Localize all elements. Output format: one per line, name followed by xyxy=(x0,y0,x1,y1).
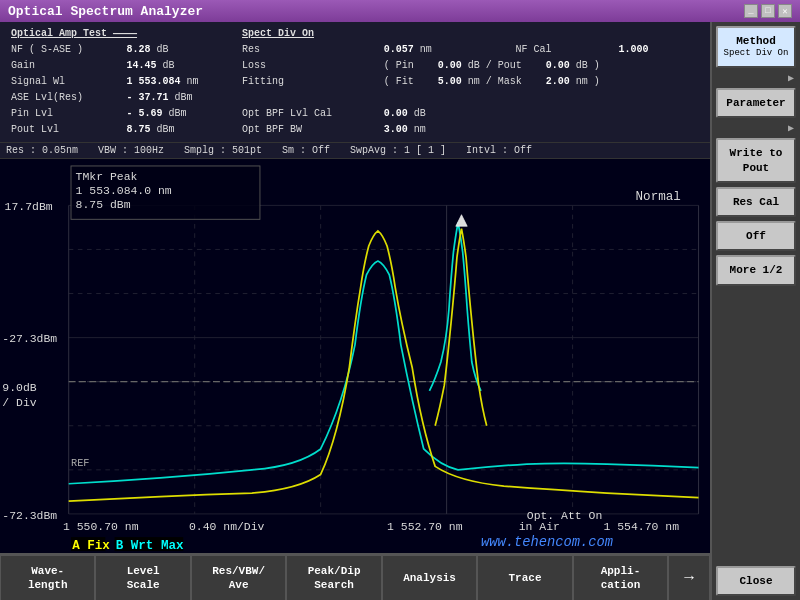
signalwl-label: Signal Wl xyxy=(8,75,122,89)
write-to-pout-button[interactable]: Write toPout xyxy=(716,138,796,183)
svg-text:REF: REF xyxy=(71,457,90,469)
peak-dip-search-button[interactable]: Peak/DipSearch xyxy=(286,555,381,600)
svg-text:1 553.084.0  nm: 1 553.084.0 nm xyxy=(76,184,172,197)
loss-value: ( Pin 0.00 dB / Pout 0.00 dB ) xyxy=(381,59,702,73)
res-status: Res : 0.05nm xyxy=(6,145,78,156)
more-button[interactable]: More 1/2 xyxy=(716,255,796,285)
svg-text:in Air: in Air xyxy=(519,520,560,533)
section-title: Optical Amp Test ———— xyxy=(8,27,237,41)
method-button[interactable]: Method Spect Div On xyxy=(716,26,796,68)
intvl-status: Intvl : Off xyxy=(466,145,532,156)
param-arrow: ▶ xyxy=(716,122,796,134)
svg-text:www.tehencom.com: www.tehencom.com xyxy=(481,534,613,550)
sm-status: Sm : Off xyxy=(282,145,330,156)
spectrum-graph: 17.7dBm -27.3dBm -72.3dBm 9.0dB / Div No… xyxy=(0,159,710,553)
ase-label: ASE Lvl(Res) xyxy=(8,91,122,105)
vbw-status: VBW : 100Hz xyxy=(98,145,164,156)
maximize-button[interactable]: □ xyxy=(761,4,775,18)
title-bar: Optical Spectrum Analyzer _ □ ✕ xyxy=(0,0,800,22)
svg-text:-27.3dBm: -27.3dBm xyxy=(2,332,57,345)
svg-text:Opt. Att On: Opt. Att On xyxy=(527,508,603,521)
analysis-button[interactable]: Analysis xyxy=(382,555,477,600)
poutlvl-value: 8.75 xyxy=(127,124,151,135)
pinlvl-value: - 5.69 xyxy=(127,108,163,119)
poutlvl-label: Pout Lvl xyxy=(8,123,122,137)
method-label: Method xyxy=(722,34,790,48)
right-sidebar: Method Spect Div On ▶ Parameter ▶ Write … xyxy=(710,22,800,600)
svg-text:B Wrt Max: B Wrt Max xyxy=(116,538,184,553)
gain-label: Gain xyxy=(8,59,122,73)
svg-text:/ Div: / Div xyxy=(2,396,36,409)
smpling-status: Smplg : 501pt xyxy=(184,145,262,156)
svg-text:A Fix: A Fix xyxy=(72,538,110,553)
svg-text:1 550.70 nm: 1 550.70 nm xyxy=(63,520,139,533)
pinlvl-label: Pin Lvl xyxy=(8,107,122,121)
svg-text:Normal: Normal xyxy=(636,189,681,204)
svg-text:0.40 nm/Div: 0.40 nm/Div xyxy=(189,520,265,533)
swpavg-status: SwpAvg : 1 [ 1 ] xyxy=(350,145,446,156)
title-bar-buttons: _ □ ✕ xyxy=(744,4,792,18)
signalwl-value: 1 553.084 xyxy=(127,76,181,87)
nfcal-value: 1.000 xyxy=(618,44,648,55)
trace-button[interactable]: Trace xyxy=(477,555,572,600)
svg-text:17.7dBm: 17.7dBm xyxy=(5,200,53,213)
optbpfbw-value: 3.00 xyxy=(384,124,408,135)
nf-label: NF ( S-ASE ) xyxy=(8,43,122,57)
arrow-button[interactable]: → xyxy=(668,555,710,600)
optbpflvl-label: Opt BPF Lvl Cal xyxy=(239,107,379,121)
app-title: Optical Spectrum Analyzer xyxy=(8,4,203,19)
svg-text:9.0dB: 9.0dB xyxy=(2,381,36,394)
application-button[interactable]: Appli-cation xyxy=(573,555,668,600)
wavelength-button[interactable]: Wave-length xyxy=(0,555,95,600)
optbpflvl-value: 0.00 xyxy=(384,108,408,119)
res-label: Res xyxy=(239,43,379,57)
nf-value: 8.28 xyxy=(127,44,151,55)
minimize-button[interactable]: _ xyxy=(744,4,758,18)
ase-value: - 37.71 xyxy=(127,92,169,103)
fitting-value: ( Fit 5.00 nm / Mask 2.00 nm ) xyxy=(381,75,702,89)
svg-text:8.75  dBm: 8.75 dBm xyxy=(76,198,131,211)
optbpfbw-label: Opt BPF BW xyxy=(239,123,379,137)
gain-value: 14.45 xyxy=(127,60,157,71)
svg-text:-72.3dBm: -72.3dBm xyxy=(2,508,57,521)
close-window-button[interactable]: ✕ xyxy=(778,4,792,18)
status-bar: Res : 0.05nm VBW : 100Hz Smplg : 501pt S… xyxy=(0,142,710,159)
instrument-panel: Optical Amp Test ———— Spect Div On NF ( … xyxy=(0,22,710,600)
bottom-toolbar: Wave-length LevelScale Res/VBW/Ave Peak/… xyxy=(0,553,710,600)
method-arrow: ▶ xyxy=(716,72,796,84)
graph-container: 17.7dBm -27.3dBm -72.3dBm 9.0dB / Div No… xyxy=(0,159,710,553)
level-scale-button[interactable]: LevelScale xyxy=(95,555,190,600)
main-layout: Optical Amp Test ———— Spect Div On NF ( … xyxy=(0,22,800,600)
res-value: 0.057 xyxy=(384,44,414,55)
close-button[interactable]: Close xyxy=(716,566,796,596)
top-info-area: Optical Amp Test ———— Spect Div On NF ( … xyxy=(0,22,710,142)
spect-label: Spect Div On xyxy=(239,27,702,41)
res-vbw-ave-button[interactable]: Res/VBW/Ave xyxy=(191,555,286,600)
fitting-label: Fitting xyxy=(239,75,379,89)
off-button[interactable]: Off xyxy=(716,221,796,251)
svg-text:1 554.70 nm: 1 554.70 nm xyxy=(604,520,680,533)
loss-label: Loss xyxy=(239,59,379,73)
method-sublabel: Spect Div On xyxy=(722,48,790,60)
svg-text:1 552.70 nm: 1 552.70 nm xyxy=(387,520,463,533)
svg-text:TMkr  Peak: TMkr Peak xyxy=(76,170,138,183)
parameter-button[interactable]: Parameter xyxy=(716,88,796,118)
res-cal-button[interactable]: Res Cal xyxy=(716,187,796,217)
nfcal-label: NF Cal xyxy=(513,43,614,57)
